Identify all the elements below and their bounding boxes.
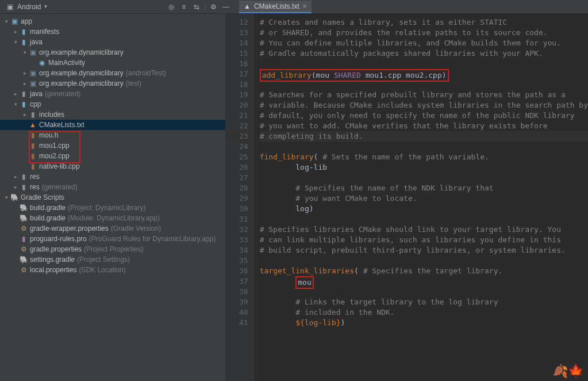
tab-cmakelists[interactable]: ▲ CMakeLists.txt × (239, 1, 312, 13)
folder-icon: ▮ (29, 111, 37, 119)
tree-cmakelists[interactable]: ▲CMakeLists.txt (0, 120, 225, 130)
tree-mou2-cpp[interactable]: ▮mou2.cpp (0, 151, 225, 161)
folder-icon: ▮ (20, 38, 28, 46)
gradle-icon: 🐘 (10, 193, 18, 201)
tree-native-lib[interactable]: ▮native-lib.cpp (0, 161, 225, 172)
tree-manifests[interactable]: ▸▮manifests (0, 26, 225, 37)
chevron-down-icon[interactable]: ▾ (11, 100, 20, 108)
cmake-icon: ▲ (29, 121, 37, 129)
class-icon: ◉ (38, 59, 46, 67)
tree-includes[interactable]: ▸▮includes (0, 109, 225, 120)
chevron-right-icon[interactable]: ▸ (21, 79, 29, 87)
tree-res[interactable]: ▸▮res (0, 172, 225, 182)
android-icon: ▣ (5, 2, 15, 12)
tree-app[interactable]: ▾▣app (0, 16, 225, 26)
folder-icon: ▮ (20, 173, 28, 181)
line-gutter: 1213141516171819202122232425262728293031… (225, 14, 254, 381)
cmake-icon: ▲ (244, 2, 251, 10)
header-icon: ▮ (29, 131, 37, 139)
view-selector[interactable]: Android (17, 3, 41, 11)
tab-label: CMakeLists.txt (254, 2, 299, 10)
tree-mainactivity[interactable]: ◉MainActivity (0, 58, 225, 68)
tree-cpp[interactable]: ▾▮cpp (0, 99, 225, 109)
cpp-icon: ▮ (29, 142, 37, 150)
tree-gradle-scripts[interactable]: ▾🐘Gradle Scripts (0, 192, 225, 203)
sort-icon[interactable]: ≡ (179, 2, 189, 12)
project-tool-header: ▣ Android ▼ ◎ ≡ ⇆ | ⚙ — (0, 0, 236, 14)
text-icon: ▮ (20, 235, 28, 243)
chevron-right-icon[interactable]: ▸ (11, 173, 20, 181)
tree-build-gradle-module[interactable]: 🐘build.gradle(Module: DynamicLibrary.app… (0, 213, 225, 223)
folder-icon: ▮ (20, 183, 28, 191)
package-icon: ▣ (29, 48, 37, 56)
cpp-icon: ▮ (29, 162, 37, 170)
tree-pkg-androidtest[interactable]: ▸▣org.example.dynamiclibrary(androidTest… (0, 68, 225, 78)
chevron-right-icon[interactable]: ▸ (11, 28, 20, 36)
autumn-leaves-decoration: 🍂🍁 (552, 366, 583, 376)
package-icon: ▣ (29, 79, 37, 87)
folder-icon: ▮ (20, 100, 28, 108)
chevron-down-icon[interactable]: ▾ (11, 38, 20, 46)
collapse-icon[interactable]: ⇆ (191, 2, 202, 12)
tree-settings-gradle[interactable]: 🐘settings.gradle(Project Settings) (0, 254, 225, 265)
tree-mou1-cpp[interactable]: ▮mou1.cpp (0, 140, 225, 151)
project-tree[interactable]: ▾▣app ▸▮manifests ▾▮java ▾▣org.example.d… (0, 14, 225, 381)
tree-local-properties[interactable]: ⚙local.properties(SDK Location) (0, 265, 225, 275)
chevron-down-icon[interactable]: ▾ (2, 17, 10, 25)
folder-icon: ▮ (20, 90, 28, 98)
tree-gradle-wrapper[interactable]: ⚙gradle-wrapper.properties(Gradle Versio… (0, 223, 225, 234)
code-area[interactable]: # Creates and names a library, sets it a… (254, 14, 588, 381)
code-editor[interactable]: 1213141516171819202122232425262728293031… (225, 14, 588, 381)
gradle-file-icon: 🐘 (20, 256, 28, 264)
tree-mou-h[interactable]: ▮mou.h (0, 130, 225, 140)
tree-pkg-test[interactable]: ▸▣org.example.dynamiclibrary(test) (0, 78, 225, 89)
tree-res-generated[interactable]: ▸▮res(generated) (0, 182, 225, 192)
properties-icon: ⚙ (20, 266, 28, 274)
module-icon: ▣ (10, 17, 18, 25)
chevron-right-icon[interactable]: ▸ (11, 183, 20, 191)
tree-java[interactable]: ▾▮java (0, 37, 225, 47)
gradle-file-icon: 🐘 (20, 204, 28, 212)
tree-build-gradle-project[interactable]: 🐘build.gradle(Project: DynamicLibrary) (0, 203, 225, 213)
folder-icon: ▮ (20, 28, 28, 36)
properties-icon: ⚙ (20, 224, 28, 233)
tree-pkg-main[interactable]: ▾▣org.example.dynamiclibrary (0, 47, 225, 58)
close-icon[interactable]: × (303, 2, 307, 10)
properties-icon: ⚙ (20, 245, 28, 253)
tree-java-generated[interactable]: ▸▮java(generated) (0, 89, 225, 99)
minimize-icon[interactable]: — (221, 2, 231, 12)
tree-proguard[interactable]: ▮proguard-rules.pro(ProGuard Rules for D… (0, 234, 225, 244)
tree-gradle-properties[interactable]: ⚙gradle.properties(Project Properties) (0, 244, 225, 254)
target-icon[interactable]: ◎ (166, 2, 176, 12)
chevron-right-icon[interactable]: ▸ (21, 111, 29, 119)
gradle-file-icon: 🐘 (20, 214, 28, 222)
chevron-right-icon[interactable]: ▸ (21, 69, 29, 77)
cpp-icon: ▮ (29, 152, 37, 160)
chevron-right-icon[interactable]: ▸ (11, 90, 20, 98)
settings-icon[interactable]: ⚙ (208, 2, 218, 12)
package-icon: ▣ (29, 69, 37, 77)
chevron-down-icon[interactable]: ▾ (21, 48, 29, 56)
chevron-down-icon[interactable]: ▾ (2, 193, 10, 201)
editor-tabs: ▲ CMakeLists.txt × (236, 0, 588, 14)
